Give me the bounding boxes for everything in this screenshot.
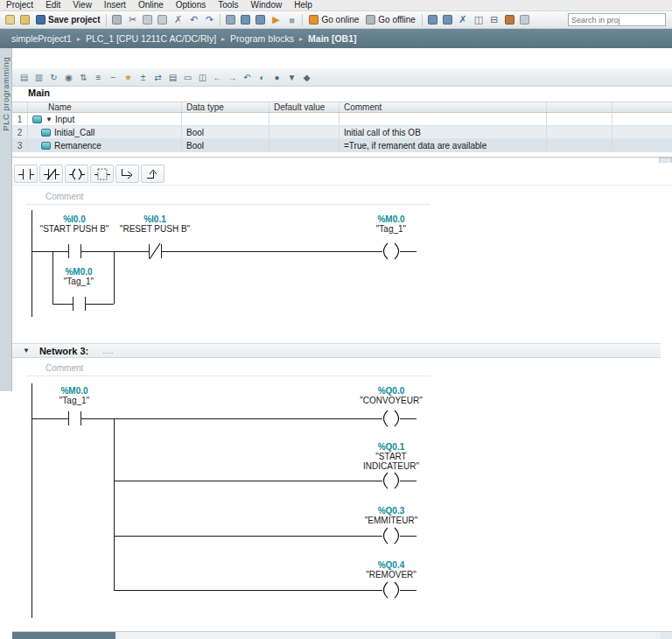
name-cell[interactable]: Remanence (28, 139, 182, 151)
breadcrumb-item-program-blocks[interactable]: Program blocks (226, 33, 298, 44)
empty-box-button[interactable] (90, 165, 114, 183)
operand-name[interactable]: "Tag_1" (347, 224, 435, 234)
default-value-cell[interactable] (270, 126, 340, 138)
comment-box-icon[interactable]: ▭ (181, 71, 194, 84)
network1-comment[interactable]: Comment (46, 192, 83, 201)
operand-address[interactable]: %Q0.1 (347, 442, 435, 452)
operand-address[interactable]: %M0.0 (347, 214, 435, 224)
copy-icon[interactable] (143, 15, 152, 25)
start-cpu-icon[interactable]: ▶ (269, 13, 283, 26)
nc-contact-reset-push-b[interactable] (149, 243, 161, 259)
menu-item[interactable]: Help (288, 0, 318, 11)
operand-swap-icon[interactable]: ⇄ (151, 71, 164, 84)
data-type-cell[interactable] (182, 113, 270, 125)
close-branch-button[interactable] (141, 165, 164, 183)
absolute-operands-icon[interactable]: ± (136, 71, 150, 84)
operand-name[interactable]: "START INDICATEUR" (347, 452, 435, 471)
coil-remover[interactable] (384, 582, 399, 598)
expander-icon[interactable]: ▼ (46, 116, 52, 123)
network3-comment[interactable]: Comment (46, 363, 83, 373)
comment-cell[interactable]: =True, if remanent data are available (340, 139, 547, 151)
add-row-icon[interactable]: ▥ (32, 71, 46, 84)
network3-header[interactable]: ▼ Network 3: ..... (12, 343, 661, 358)
accessible-devices-icon[interactable] (428, 15, 438, 25)
operand-address[interactable]: %M0.0 (31, 386, 118, 396)
paste-icon[interactable] (158, 15, 167, 25)
stop-cpu-icon[interactable]: ■ (284, 13, 298, 26)
go-online-button[interactable]: Go online (305, 12, 362, 27)
go-offline-button[interactable]: Go offline (362, 12, 419, 27)
delete-icon[interactable]: ✗ (171, 13, 185, 26)
coil-tag1[interactable] (384, 243, 399, 259)
save-project-button[interactable]: Save project (32, 12, 103, 27)
breadcrumb-item-plc[interactable]: PLC_1 [CPU 1211C AC/DC/Rly] (81, 33, 220, 44)
menu-item[interactable]: Tools (212, 0, 244, 11)
data-type-cell[interactable]: Bool (182, 139, 270, 151)
diagnostics-icon[interactable] (505, 15, 514, 25)
coil-button[interactable] (65, 165, 88, 183)
column-header-name[interactable]: Name (28, 102, 182, 112)
default-value-cell[interactable] (270, 113, 340, 125)
normally-open-contact-button[interactable] (14, 165, 38, 183)
no-contact-start-push-b[interactable] (68, 244, 80, 258)
breadcrumb-item-project[interactable]: simpleProject1 (7, 33, 76, 44)
no-contact-branch-tag1[interactable] (73, 297, 85, 311)
snapshot-icon[interactable]: ◉ (62, 71, 75, 84)
task-card-plc-programming[interactable]: PLC programming (0, 48, 12, 391)
horizontal-scrollbar-thumb[interactable] (12, 632, 116, 639)
operand-address[interactable]: %I0.0 (31, 214, 118, 224)
split-editor-vertical-icon[interactable]: ◫ (472, 13, 486, 26)
column-header-data-type[interactable]: Data type (182, 102, 270, 112)
network3-collapse-icon[interactable]: ▼ (23, 347, 30, 355)
show-all-icon[interactable]: ● (270, 71, 284, 84)
menu-item[interactable]: Options (170, 0, 212, 11)
print-icon[interactable] (112, 15, 122, 25)
operand-name[interactable]: "EMMITEUR" (347, 516, 435, 525)
default-value-cell[interactable] (270, 139, 340, 151)
redo-icon[interactable]: ↷ (202, 13, 216, 26)
split-editor-horizontal-icon[interactable]: ⊟ (487, 13, 501, 26)
column-header-default-value[interactable]: Default value (270, 102, 340, 112)
no-contact-tag1[interactable] (68, 411, 80, 425)
operand-name[interactable]: "START PUSH B" (31, 224, 118, 234)
settings-icon[interactable]: ◆ (300, 71, 313, 84)
undo-icon[interactable]: ↶ (186, 13, 200, 26)
reset-values-icon[interactable]: ↻ (47, 71, 60, 84)
menu-item[interactable]: Project (0, 0, 39, 11)
data-type-cell[interactable]: Bool (182, 126, 270, 138)
compile-icon[interactable] (226, 15, 235, 25)
network-comments-icon[interactable]: ▤ (166, 71, 179, 84)
operand-name[interactable]: "RESET PUSH B" (111, 224, 199, 234)
menu-item[interactable]: Online (132, 0, 170, 11)
cut-icon[interactable]: ✂ (125, 13, 139, 26)
update-calls-icon[interactable]: ↶ (241, 71, 254, 84)
open-project-icon[interactable] (20, 15, 30, 25)
name-cell[interactable]: ▼ Input (28, 113, 182, 125)
cross-reference-icon[interactable]: ✗ (456, 13, 470, 26)
column-header-comment[interactable]: Comment (340, 102, 547, 112)
operand-address[interactable]: %I0.1 (111, 214, 199, 224)
normally-closed-contact-button[interactable] (39, 165, 63, 183)
operand-name[interactable]: "CONVOYEUR" (347, 396, 435, 405)
operand-name[interactable]: "Tag_1" (35, 277, 122, 286)
open-branch-button[interactable] (116, 165, 139, 183)
coil-emmiteur[interactable] (384, 528, 399, 544)
coil-convoyeur[interactable] (384, 411, 399, 426)
table-row-initial-call[interactable]: 2 Initial_Call Bool Initial call of this… (12, 126, 672, 139)
table-row-remanence[interactable]: 3 Remanence Bool =True, if remanent data… (12, 139, 672, 152)
horizontal-scrollbar[interactable] (12, 631, 661, 639)
new-project-icon[interactable] (5, 15, 15, 25)
comment-cell[interactable]: Initial call of this OB (340, 126, 547, 138)
sort-icon[interactable]: ⇅ (77, 71, 90, 84)
menu-item[interactable]: View (66, 0, 98, 11)
download-to-device-icon[interactable] (241, 15, 250, 25)
status-monitor-icon[interactable]: ◐ (256, 71, 269, 84)
operand-name[interactable]: "Tag_1" (31, 396, 118, 405)
next-error-icon[interactable]: → (226, 71, 239, 84)
operand-address[interactable]: %M0.0 (35, 267, 122, 277)
coil-start-indicateur[interactable] (384, 473, 399, 488)
table-row-input[interactable]: 1 ▼ Input (12, 113, 672, 126)
window-layout-icon[interactable] (520, 15, 529, 25)
name-cell[interactable]: Initial_Call (28, 126, 182, 138)
search-input[interactable] (568, 13, 666, 26)
